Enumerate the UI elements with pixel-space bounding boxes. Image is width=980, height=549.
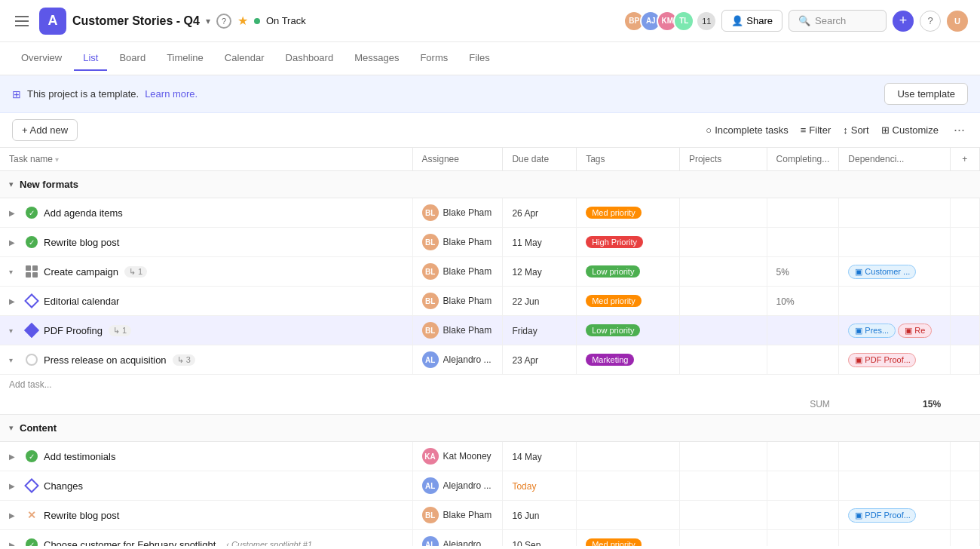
- question-icon[interactable]: ?: [920, 11, 941, 32]
- dep-badge: ▣ PDF Proof...: [848, 353, 916, 367]
- table-row[interactable]: ▶✓Add testimonials KA Kat Mooney 14 May: [0, 442, 980, 471]
- due-date: 14 May: [512, 452, 541, 462]
- expand-icon[interactable]: ▶: [9, 297, 20, 305]
- expand-icon[interactable]: ▾: [9, 356, 20, 364]
- sum-value: 15%: [839, 394, 950, 415]
- col-header-add[interactable]: +: [950, 148, 979, 171]
- tag-badge: Med priority: [586, 538, 641, 546]
- use-template-button[interactable]: Use template: [884, 83, 968, 105]
- tab-bar: Overview List Board Timeline Calendar Da…: [0, 42, 980, 75]
- hamburger-menu[interactable]: [12, 11, 33, 32]
- add-task-cell[interactable]: Add task...: [0, 375, 980, 395]
- deps-cell: [839, 530, 950, 547]
- col-header-tags: Tags: [577, 148, 680, 171]
- tags-cell: Med priority: [577, 530, 680, 547]
- table-row[interactable]: ▾Press release on acquisition↳ 3 AL Alej…: [0, 345, 980, 375]
- projects-cell: [679, 287, 767, 316]
- assignee-cell: BL Blake Pham: [412, 228, 503, 257]
- expand-icon[interactable]: ▶: [9, 541, 20, 547]
- share-button[interactable]: 👤 Share: [721, 10, 782, 32]
- task-name: Editorial calendar: [44, 296, 119, 307]
- deps-cell: [839, 287, 950, 316]
- expand-icon[interactable]: ▶: [9, 452, 20, 461]
- tab-dashboard[interactable]: Dashboard: [277, 46, 343, 71]
- tab-list[interactable]: List: [74, 46, 107, 71]
- incomplete-tasks-filter[interactable]: ○ Incomplete tasks: [706, 124, 788, 136]
- help-icon[interactable]: ?: [216, 14, 231, 29]
- assignee-avatar: BL: [422, 293, 439, 309]
- avatar-count[interactable]: 11: [697, 12, 715, 30]
- assignee-name: Blake Pham: [443, 296, 492, 306]
- assignee-avatar: KA: [422, 448, 439, 465]
- tab-calendar[interactable]: Calendar: [216, 46, 274, 71]
- due-date: Friday: [512, 326, 537, 336]
- tag-badge: Med priority: [586, 295, 641, 307]
- learn-more-link[interactable]: Learn more.: [145, 88, 198, 100]
- deps-cell: [839, 228, 950, 257]
- dep-badge: ▣ Customer ...: [848, 265, 916, 279]
- assignee-avatar: BL: [422, 263, 439, 280]
- col-header-deps: Dependenci...: [839, 148, 950, 171]
- project-title: Customer Stories - Q4: [72, 14, 200, 28]
- assignee-cell: BL Blake Pham: [412, 257, 503, 287]
- table-row[interactable]: ▶✕Rewrite blog post BL Blake Pham 16 Jun…: [0, 501, 980, 530]
- tab-overview[interactable]: Overview: [12, 46, 71, 71]
- deps-cell: ▣ Pres...▣ Re: [839, 316, 950, 345]
- share-icon: 👤: [731, 15, 743, 26]
- assignee-cell: AL Alejandro ...: [412, 530, 503, 547]
- tab-files[interactable]: Files: [460, 46, 498, 71]
- tags-cell: High Priority: [577, 228, 680, 257]
- expand-icon[interactable]: ▾: [9, 268, 20, 276]
- projects-cell: [679, 530, 767, 547]
- expand-icon[interactable]: ▶: [9, 511, 20, 520]
- user-avatar[interactable]: U: [947, 11, 968, 32]
- table-row[interactable]: ▶✓Add agenda items BL Blake Pham 26 Apr …: [0, 198, 980, 228]
- table-row[interactable]: ▶✓Rewrite blog post BL Blake Pham 11 May…: [0, 228, 980, 257]
- add-new-button[interactable]: + Add new: [12, 119, 78, 141]
- tab-forms[interactable]: Forms: [411, 46, 457, 71]
- avatar: TL: [673, 11, 694, 32]
- table-row[interactable]: ▶Editorial calendar BL Blake Pham 22 Jun…: [0, 287, 980, 316]
- tab-messages[interactable]: Messages: [345, 46, 408, 71]
- due-date: 22 Jun: [512, 296, 539, 307]
- expand-icon[interactable]: ▶: [9, 209, 20, 217]
- section-chevron-icon[interactable]: ▾: [9, 423, 14, 433]
- due-date-cell: 11 May: [503, 228, 577, 257]
- add-cell: [950, 530, 979, 547]
- tags-cell: Med priority: [577, 287, 680, 316]
- assignee-avatar: BL: [422, 507, 439, 523]
- projects-cell: [679, 471, 767, 501]
- expand-icon[interactable]: ▶: [9, 482, 20, 490]
- tab-timeline[interactable]: Timeline: [158, 46, 213, 71]
- filter-icon: ≡: [801, 124, 807, 136]
- due-date-cell: 16 Jun: [503, 501, 577, 530]
- search-placeholder: Search: [815, 15, 846, 26]
- chevron-down-icon[interactable]: ▾: [206, 16, 210, 26]
- assignee-name: Blake Pham: [443, 510, 492, 520]
- due-date-cell: 26 Apr: [503, 198, 577, 228]
- toolbar: + Add new ○ Incomplete tasks ≡ Filter ↕ …: [0, 113, 980, 148]
- table-row[interactable]: ▾Create campaign↳ 1 BL Blake Pham 12 May…: [0, 257, 980, 287]
- search-box[interactable]: 🔍 Search: [789, 10, 887, 32]
- add-task-row[interactable]: Add task...: [0, 375, 980, 395]
- expand-icon[interactable]: ▾: [9, 327, 20, 335]
- due-date-cell: 14 May: [503, 442, 577, 471]
- expand-icon[interactable]: ▶: [9, 238, 20, 247]
- table-row[interactable]: ▶✓Choose customer for February spotlight…: [0, 530, 980, 547]
- banner-text: This project is a template.: [27, 88, 139, 100]
- section-header[interactable]: ▾ Content: [0, 415, 980, 442]
- add-button[interactable]: +: [893, 11, 914, 32]
- tab-board[interactable]: Board: [110, 46, 155, 71]
- section-chevron-icon[interactable]: ▾: [9, 179, 14, 189]
- customize-button[interactable]: ⊞ Customize: [881, 124, 939, 136]
- assignee-avatar: AL: [422, 351, 439, 368]
- sort-button[interactable]: ↕ Sort: [843, 124, 868, 136]
- filter-button[interactable]: ≡ Filter: [801, 124, 831, 136]
- due-date: 10 Sep: [512, 540, 541, 547]
- table-row[interactable]: ▶Changes AL Alejandro ... Today: [0, 471, 980, 501]
- star-icon[interactable]: ★: [237, 14, 248, 28]
- table-row[interactable]: ▾PDF Proofing↳ 1 BL Blake Pham Friday Lo…: [0, 316, 980, 345]
- section-header[interactable]: ▾ New formats: [0, 171, 980, 198]
- more-options-button[interactable]: ···: [951, 119, 968, 141]
- subtask-badge: ↳ 1: [109, 325, 131, 336]
